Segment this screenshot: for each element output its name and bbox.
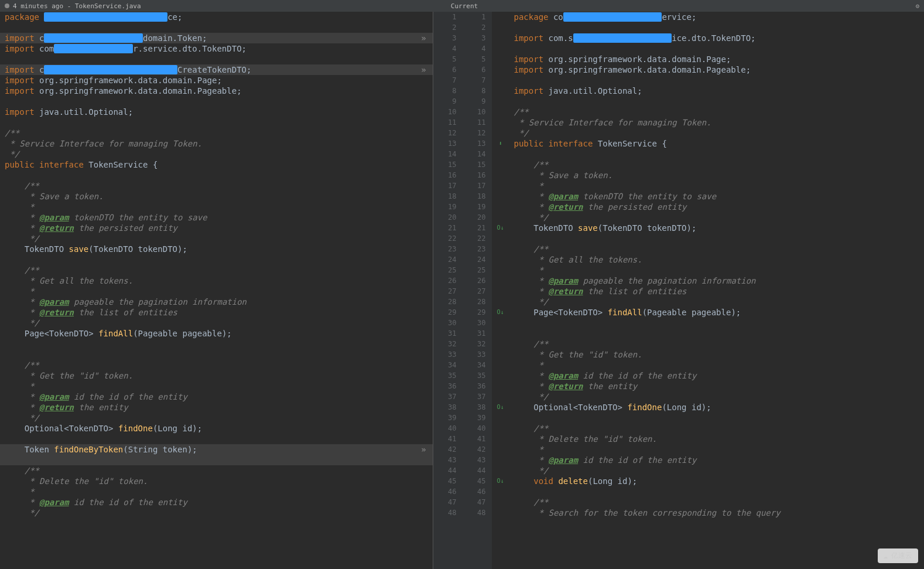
code-line[interactable]: /** (492, 339, 925, 349)
code-line[interactable]: Optional<TokenDTO> findOne(Long id); (0, 423, 433, 434)
code-line[interactable]: * Service Interface for managing Token. (492, 117, 925, 128)
code-line[interactable]: * @param id the id of the entity (0, 391, 433, 402)
code-line[interactable]: * @param id the id of the entity (492, 370, 925, 381)
code-line[interactable]: import java.util.Optional; (0, 107, 433, 117)
code-line[interactable]: /** (0, 465, 433, 476)
code-line[interactable]: * @return the persisted entity (492, 202, 925, 212)
code-line[interactable]: * (492, 360, 925, 370)
diff-arrow-icon[interactable]: » (421, 64, 426, 75)
code-line[interactable]: * Get all the tokens. (0, 275, 433, 286)
code-line[interactable]: Token findOneByToken(String token);» (0, 444, 433, 455)
code-line[interactable]: * Get the "id" token. (492, 349, 925, 360)
code-line[interactable]: /** (492, 107, 925, 117)
code-line[interactable]: * Save a token. (492, 170, 925, 180)
settings-icon[interactable]: ⚙ (915, 2, 924, 10)
code-line[interactable]: /** (492, 244, 925, 254)
code-line[interactable]: * @return the list of entities (492, 286, 925, 297)
left-pane[interactable]: package com.smpteam.amzradar.servce;impo… (0, 12, 433, 569)
code-line[interactable]: /** (0, 265, 433, 275)
code-line[interactable]: * Delete the "id" token. (492, 434, 925, 444)
override-marker-icon[interactable]: O↓ (497, 476, 504, 486)
code-line[interactable]: Page<TokenDTO> findAll(Pageable pageable… (0, 328, 433, 339)
code-line[interactable]: import org.springframework.data.domain.P… (492, 54, 925, 64)
code-line[interactable]: * (0, 202, 433, 212)
override-marker-icon[interactable]: O↓ (497, 223, 504, 233)
code-line[interactable]: import com.smpteam.amzradar.webdto.Creat… (0, 64, 433, 75)
code-line[interactable]: * Service Interface for managing Token. (0, 138, 433, 149)
code-line[interactable]: * Get the "id" token. (0, 370, 433, 381)
code-line[interactable]: TokenDTO save(TokenDTO tokenDTO); (0, 244, 433, 254)
code-line[interactable]: /** (0, 180, 433, 191)
code-line[interactable] (0, 455, 433, 465)
code-line[interactable]: import org.springframework.data.domain.P… (0, 75, 433, 86)
code-line[interactable] (492, 149, 925, 159)
code-line[interactable]: * (0, 286, 433, 297)
code-line[interactable]: */ (492, 391, 925, 402)
code-line[interactable]: * Search for the token corresponding to … (492, 507, 925, 518)
diff-arrow-icon[interactable]: » (421, 444, 426, 455)
code-line[interactable] (492, 318, 925, 328)
center-gutter[interactable]: 1122334455667788991010111112121313141415… (433, 12, 492, 569)
code-line[interactable] (0, 349, 433, 360)
code-line[interactable] (0, 254, 433, 265)
code-line[interactable]: * @param id the id of the entity (0, 497, 433, 507)
code-line[interactable]: */ (0, 413, 433, 423)
code-line[interactable]: O↓ Optional<TokenDTO> findOne(Long id); (492, 402, 925, 413)
code-line[interactable]: * @return the entity (0, 402, 433, 413)
code-line[interactable] (492, 75, 925, 86)
code-line[interactable] (0, 96, 433, 107)
code-line[interactable]: /** (0, 360, 433, 370)
code-line[interactable]: * @param pageable the pagination informa… (0, 297, 433, 307)
code-line[interactable]: import java.util.Optional; (492, 86, 925, 96)
code-line[interactable]: * Delete the "id" token. (0, 476, 433, 486)
code-line[interactable]: * (492, 444, 925, 455)
diff-arrow-icon[interactable]: » (421, 33, 426, 43)
override-marker-icon[interactable]: O↓ (497, 307, 504, 318)
code-line[interactable] (492, 413, 925, 423)
override-marker-icon[interactable]: O↓ (497, 402, 504, 413)
code-line[interactable]: import com.smpteam.amzradar.domain.Token… (0, 33, 433, 43)
code-line[interactable]: O↓ TokenDTO save(TokenDTO tokenDTO); (492, 223, 925, 233)
code-line[interactable]: */ (492, 128, 925, 138)
code-line[interactable]: */ (492, 297, 925, 307)
code-line[interactable]: * @param tokenDTO the entity to save (0, 212, 433, 223)
code-line[interactable]: * Save a token. (0, 191, 433, 202)
code-line[interactable] (0, 117, 433, 128)
code-line[interactable]: import org.springframework.data.domain.P… (0, 86, 433, 96)
code-line[interactable] (0, 54, 433, 64)
code-line[interactable] (492, 22, 925, 33)
code-line[interactable]: /** (492, 423, 925, 434)
code-line[interactable]: */ (0, 233, 433, 244)
code-line[interactable]: */ (492, 465, 925, 476)
code-line[interactable]: */ (0, 318, 433, 328)
override-marker-icon[interactable]: ⬇ (498, 138, 502, 149)
code-line[interactable] (0, 434, 433, 444)
code-line[interactable] (492, 328, 925, 339)
code-line[interactable] (492, 43, 925, 54)
code-line[interactable]: * @param tokenDTO the entity to save (492, 191, 925, 202)
code-line[interactable]: * @return the entity (492, 381, 925, 391)
code-line[interactable]: import com.smpteam.amzradar.service.dto.… (0, 43, 433, 54)
code-line[interactable]: package com.smpteam.amzradar.servce; (0, 12, 433, 22)
code-line[interactable]: * (0, 381, 433, 391)
code-line[interactable]: */ (0, 507, 433, 518)
code-line[interactable] (492, 486, 925, 497)
code-line[interactable]: package com.smpteam.amzradar.service; (492, 12, 925, 22)
code-line[interactable]: * @param id the id of the entity (492, 455, 925, 465)
code-line[interactable]: * @param pageable the pagination informa… (492, 275, 925, 286)
code-line[interactable]: * @return the persisted entity (0, 223, 433, 233)
code-line[interactable]: ⬇public interface TokenService { (492, 138, 925, 149)
code-line[interactable] (0, 339, 433, 349)
code-line[interactable]: public interface TokenService { (0, 159, 433, 170)
code-line[interactable]: * @return the list of entities (0, 307, 433, 318)
code-line[interactable]: * Get all the tokens. (492, 254, 925, 265)
code-line[interactable] (0, 22, 433, 33)
code-line[interactable]: /** (0, 128, 433, 138)
code-line[interactable] (492, 233, 925, 244)
code-line[interactable]: */ (492, 212, 925, 223)
code-line[interactable]: /** (492, 159, 925, 170)
code-line[interactable]: */ (0, 149, 433, 159)
code-line[interactable]: * (492, 265, 925, 275)
code-line[interactable]: import com.smpteam.amzradar.service.dto.… (492, 33, 925, 43)
code-line[interactable]: /** (492, 497, 925, 507)
